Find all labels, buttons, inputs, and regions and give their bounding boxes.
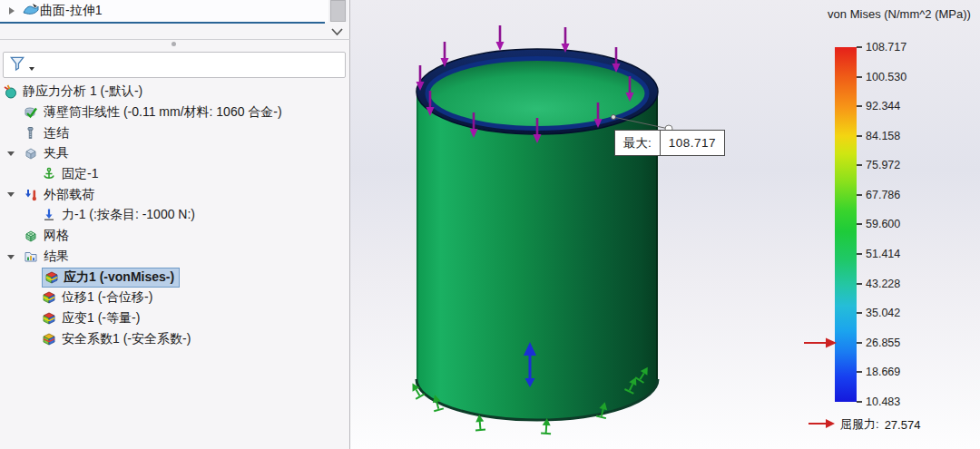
tree-item-force[interactable]: 力-1 (:按条目: -1000 N:) <box>0 205 350 226</box>
tree-item-label: 夹具 <box>44 145 69 161</box>
max-stress-callout[interactable]: 最大: 108.717 <box>614 130 725 156</box>
tree-item-connections[interactable]: 连结 <box>0 122 350 143</box>
tree-item-fixed-restraint[interactable]: 固定-1 <box>0 164 350 185</box>
fixed-restraint-icon <box>42 167 56 181</box>
panel-scrollbar-thumb[interactable] <box>330 0 346 22</box>
study-icon <box>3 84 17 99</box>
results-folder-icon <box>24 249 38 264</box>
tree-item-stress-plot[interactable]: 应力1 (-vonMises-) <box>0 267 350 288</box>
tree-item-label: 应力1 (-vonMises-) <box>64 269 174 286</box>
stress-plot-icon <box>44 270 59 285</box>
tree-item-label: 固定-1 <box>62 166 98 182</box>
simulation-study-tree: 静应力分析 1 (-默认-) 薄壁筒非线性 (-0.11 mm/材料: 1060… <box>0 82 350 349</box>
tree-item-label: 连结 <box>44 125 69 142</box>
tree-item-results-folder[interactable]: 结果 <box>0 247 350 268</box>
part-icon <box>24 105 38 120</box>
tree-item-static-study[interactable]: 静应力分析 1 (-默认-) <box>0 82 350 102</box>
legend-labels: 108.717100.530 92.34484.158 75.97267.786… <box>866 41 931 408</box>
feature-manager-panel: 曲面-拉伸1 <box>0 0 350 449</box>
tree-item-label: 结果 <box>44 249 69 265</box>
tree-item-displacement-plot[interactable]: 位移1 (-合位移-) <box>0 288 350 308</box>
filter-funnel-icon[interactable] <box>9 55 26 75</box>
solidworks-simulation-window: 曲面-拉伸1 <box>0 0 980 449</box>
tree-item-label: 静应力分析 1 (-默认-) <box>23 83 142 100</box>
external-loads-icon <box>24 188 38 202</box>
connections-icon <box>24 126 38 141</box>
graphics-viewport[interactable]: 最大: 108.717 von Mises (N/mm^2 (MPa)) 108… <box>350 0 980 449</box>
yield-label: 屈服力: <box>840 416 879 433</box>
legend-title: von Mises (N/mm^2 (MPa)) <box>818 7 980 21</box>
tree-item-label: 薄壁筒非线性 (-0.11 mm/材料: 1060 合金-) <box>44 104 282 121</box>
flyout-tree-item-surface-extrude[interactable]: 曲面-拉伸1 <box>0 0 328 22</box>
expander-icon[interactable] <box>7 255 15 259</box>
tree-item-label: 应变1 (-等量-) <box>62 310 140 327</box>
tree-item-strain-plot[interactable]: 应变1 (-等量-) <box>0 308 350 329</box>
tree-item-label: 安全系数1 (-安全系数-) <box>62 331 191 347</box>
displacement-plot-icon <box>42 290 56 305</box>
mesh-icon <box>24 229 38 243</box>
splitter-rule <box>0 39 350 40</box>
tree-item-fos-plot[interactable]: 安全系数1 (-安全系数-) <box>0 328 350 349</box>
callout-value: 108.717 <box>660 131 724 155</box>
yield-value: 27.574 <box>885 418 921 432</box>
legend-color-bar <box>835 47 857 402</box>
splitter-grip[interactable] <box>172 42 176 46</box>
tree-item-label: 外部载荷 <box>44 187 94 203</box>
tree-item-fixtures[interactable]: 夹具 <box>0 143 350 164</box>
yield-marker-arrow-icon <box>802 337 837 353</box>
collapse-triangle-icon[interactable] <box>9 7 15 15</box>
tree-item-mesh[interactable]: 网格 <box>0 226 350 247</box>
yield-strength-annotation: 屈服力: 27.574 <box>808 416 920 433</box>
filter-caret-icon[interactable] <box>29 67 34 71</box>
tree-filter-input[interactable] <box>3 52 346 78</box>
expander-icon[interactable] <box>7 151 15 156</box>
strain-plot-icon <box>42 311 56 326</box>
legend-ticks <box>857 46 862 403</box>
panel-scrollbar[interactable] <box>328 0 348 22</box>
expander-icon[interactable] <box>7 192 15 197</box>
cylinder-model[interactable] <box>416 49 658 420</box>
selected-item-highlight[interactable]: 应力1 (-vonMises-) <box>42 268 180 288</box>
panel-divider <box>0 22 325 24</box>
force-icon <box>42 208 56 222</box>
tree-item-label: 力-1 (:按条目: -1000 N:) <box>62 207 195 223</box>
tree-item-external-loads[interactable]: 外部载荷 <box>0 184 350 205</box>
fos-plot-icon <box>42 332 56 347</box>
flyout-tree-label: 曲面-拉伸1 <box>40 3 102 19</box>
tree-item-label: 位移1 (-合位移-) <box>62 289 152 306</box>
tree-item-label: 网格 <box>44 228 69 244</box>
surface-extrude-icon <box>22 3 40 20</box>
fixtures-icon <box>24 146 38 161</box>
callout-label: 最大: <box>615 131 660 155</box>
tree-item-part[interactable]: 薄壁筒非线性 (-0.11 mm/材料: 1060 合金-) <box>0 102 350 123</box>
yield-arrow-icon <box>808 418 835 432</box>
